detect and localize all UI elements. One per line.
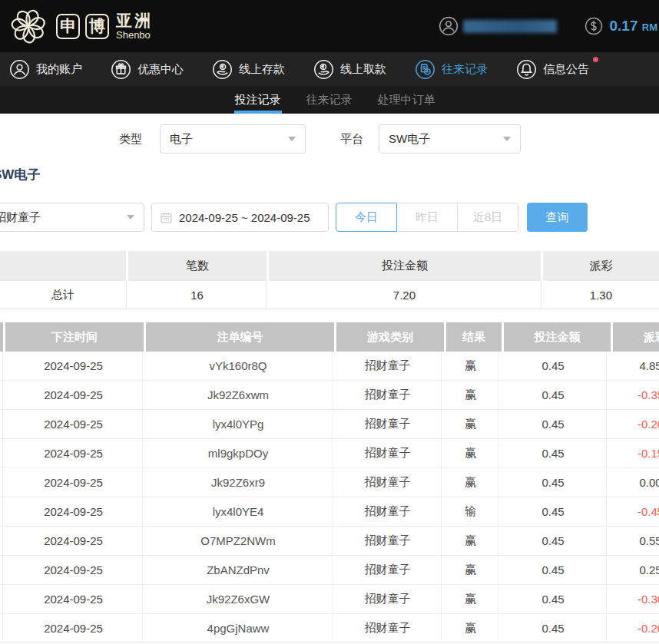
records-icon [415, 59, 435, 80]
type-select-value: 电子 [170, 132, 193, 147]
username-redacted [463, 20, 557, 33]
table-row: 2024-09-254pgGjNaww招财童子赢0.45-0.20 [0, 614, 659, 643]
date-range-picker[interactable]: 2024-09-25 ~ 2024-09-25 [151, 203, 329, 232]
content: 类型 电子 平台 SW电子 SW电子 招财童子 [0, 124, 659, 643]
tab-1[interactable]: 往来记录 [306, 86, 353, 114]
platform-select[interactable]: SW电子 [379, 124, 521, 154]
calendar-icon [160, 211, 173, 224]
search-button[interactable]: 查询 [527, 203, 588, 232]
bet-payout: 0.55 [608, 527, 659, 555]
bet-id: O7MPZ2NWm [144, 527, 333, 555]
quick-date-button[interactable]: 近8日 [457, 203, 518, 232]
withdraw-icon [313, 59, 334, 80]
bet-cell-clipped [0, 381, 3, 409]
dollar-coin-icon [584, 17, 603, 35]
summary-total-label: 总计 [0, 281, 127, 309]
bet-time: 2024-09-25 [5, 410, 143, 438]
bet-amount: 0.45 [500, 439, 607, 467]
bet-result: 赢 [443, 527, 498, 555]
bet-payout: -0.45 [608, 497, 659, 526]
nav-item-3[interactable]: 线上取款 [313, 59, 386, 80]
bet-id: ml9gkpDOy [144, 439, 333, 467]
bet-time: 2024-09-25 [5, 352, 143, 380]
table-row: 2024-09-25Jk92Z6xGW招财童子赢0.45-0.30 [0, 585, 659, 614]
section-title: SW电子 [0, 166, 659, 183]
bet-payout: -0.35 [608, 381, 659, 409]
nav-item-2[interactable]: 线上存款 [212, 59, 285, 80]
bet-time: 2024-09-25 [5, 527, 143, 555]
table-row: 2024-09-25Jk92Z6xr9招财童子赢0.450.00 [0, 468, 659, 497]
bet-result: 赢 [443, 410, 498, 438]
bets-header-row: 下注时间注单编号游戏类别结果投注金额派彩 [0, 322, 659, 352]
bet-amount: 0.45 [500, 497, 607, 526]
page: 申 博 亚洲 Shenbo 0.17 RM 我的账户优惠中心线上存款线上取款往 [0, 0, 659, 644]
table-row: 2024-09-25ml9gkpDOy招财童子赢0.45-0.15 [0, 439, 659, 468]
tab-0[interactable]: 投注记录 [235, 86, 281, 114]
user-icon [9, 59, 30, 80]
game-select[interactable]: 招财童子 [0, 203, 144, 232]
bet-game: 招财童子 [334, 468, 442, 497]
nav-item-label: 我的账户 [36, 62, 82, 77]
user-avatar-icon[interactable] [439, 16, 459, 36]
bet-time: 2024-09-25 [5, 585, 143, 613]
bet-cell-clipped [0, 527, 3, 555]
bet-amount: 0.45 [500, 614, 607, 642]
bet-id: lyx4l0YPg [144, 410, 333, 438]
bet-game: 招财童子 [334, 439, 442, 467]
logo-region-text: 亚洲 [116, 12, 153, 28]
bet-result: 赢 [443, 468, 498, 497]
bets-header-cell: 下注时间 [5, 322, 144, 352]
bet-result: 赢 [443, 556, 498, 584]
bets-header-cell: 投注金额 [504, 322, 611, 352]
bet-amount: 0.45 [500, 585, 607, 613]
summary-header-cell: 投注金额 [269, 251, 541, 281]
bet-cell-clipped [0, 439, 3, 467]
type-select[interactable]: 电子 [160, 124, 306, 154]
bet-amount: 0.45 [500, 527, 607, 555]
tab-2[interactable]: 处理中订单 [378, 86, 435, 114]
summary-header-row: 笔数投注金额派彩 [0, 251, 659, 281]
table-row: 2024-09-25lyx4l0YPg招财童子赢0.45-0.20 [0, 410, 659, 439]
game-select-value: 招财童子 [0, 210, 41, 225]
bet-time: 2024-09-25 [5, 556, 143, 584]
bet-time: 2024-09-25 [5, 497, 143, 526]
table-row: 2024-09-25lyx4l0YE4招财童子输0.45-0.45 [0, 497, 659, 527]
quick-date-buttons: 今日昨日近8日 [336, 203, 518, 232]
nav-item-0[interactable]: 我的账户 [9, 59, 82, 80]
bet-result: 赢 [443, 381, 498, 409]
platform-label: 平台 [340, 132, 363, 147]
logo-char-box: 申 [56, 14, 80, 39]
bet-amount: 0.45 [500, 468, 607, 497]
bet-game: 招财童子 [334, 497, 442, 526]
nav-item-label: 往来记录 [442, 62, 488, 77]
bet-id: vYk160r8Q [144, 352, 333, 380]
bet-result: 赢 [443, 439, 498, 467]
quick-date-button[interactable]: 昨日 [396, 203, 458, 232]
top-bar: 申 博 亚洲 Shenbo 0.17 RM [0, 0, 659, 52]
bet-result: 赢 [443, 614, 498, 642]
nav-item-4[interactable]: 往来记录 [415, 59, 488, 80]
bet-game: 招财童子 [334, 381, 442, 409]
bet-id: lyx4l0YE4 [144, 497, 333, 526]
nav-item-1[interactable]: 优惠中心 [111, 59, 184, 80]
date-range-value: 2024-09-25 ~ 2024-09-25 [179, 211, 310, 224]
chevron-down-icon [288, 137, 296, 141]
bet-game: 招财童子 [334, 352, 442, 380]
gift-icon [111, 59, 131, 80]
summary-bet-amount: 7.20 [268, 281, 541, 309]
chevron-down-icon [503, 137, 511, 141]
nav-item-5[interactable]: 信息公告 [516, 59, 589, 80]
bets-header-cell: 结果 [446, 322, 502, 352]
summary-header-cell [0, 251, 126, 281]
bet-id: ZbANZdPnv [144, 556, 333, 584]
bets-header-cell: 派彩 [613, 322, 659, 352]
bet-amount: 0.45 [500, 352, 607, 380]
account-summary: 0.17 RM [439, 0, 657, 52]
table-row: 2024-09-25Jk92Z6xwm招财童子赢0.45-0.35 [0, 381, 659, 410]
notification-dot [593, 57, 598, 62]
site-logo[interactable]: 申 博 亚洲 Shenbo [6, 4, 153, 48]
bet-cell-clipped [0, 352, 3, 380]
quick-date-button[interactable]: 今日 [336, 203, 397, 232]
bet-result: 输 [443, 497, 498, 526]
flower-logo-icon [6, 4, 51, 48]
